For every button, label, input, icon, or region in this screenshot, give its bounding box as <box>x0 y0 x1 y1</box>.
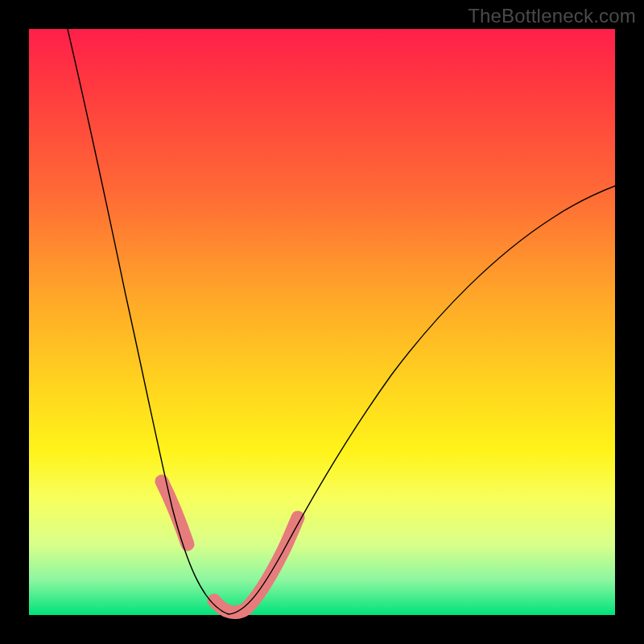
curve-left-branch <box>68 29 229 614</box>
bottleneck-curve <box>29 29 615 615</box>
outer-frame: TheBottleneck.com <box>0 0 644 644</box>
watermark-text: TheBottleneck.com <box>468 5 636 27</box>
highlight-left <box>162 481 188 544</box>
plot-area <box>29 29 615 615</box>
highlight-valley-right <box>214 518 298 613</box>
